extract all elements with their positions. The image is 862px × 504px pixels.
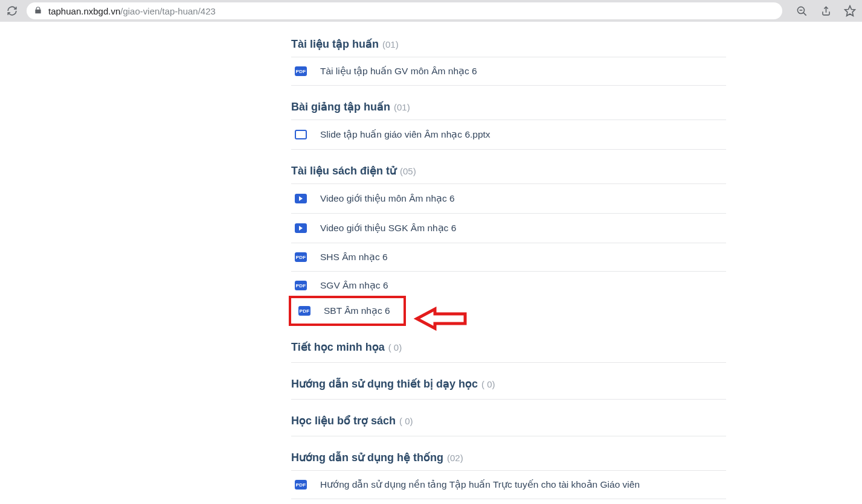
resource-row[interactable]: PDFHướng dẫn sử dụng nền tảng Tập huấn T…	[291, 470, 726, 499]
section-count: ( 0)	[399, 416, 413, 426]
page-body: Tài liệu tập huấn(01)PDFTài liệu tập huấ…	[0, 22, 862, 499]
star-icon[interactable]	[843, 4, 857, 18]
resource-label: SBT Âm nhạc 6	[324, 305, 390, 316]
zoom-icon[interactable]	[794, 4, 809, 18]
section-header: Hướng dẫn sử dụng hệ thống(02)	[291, 442, 726, 470]
section: Tài liệu tập huấn(01)PDFTài liệu tập huấ…	[291, 29, 726, 86]
resource-label: Slide tập huấn giáo viên Âm nhạc 6.pptx	[320, 129, 491, 140]
section: Bài giảng tập huấn(01)Slide tập huấn giá…	[291, 92, 726, 150]
annotation-highlight: PDFSBT Âm nhạc 6	[289, 296, 406, 326]
resource-row[interactable]: Slide tập huấn giáo viên Âm nhạc 6.pptx	[291, 120, 726, 150]
section: Hướng dẫn sử dụng thiết bị dạy học( 0)	[291, 369, 726, 400]
section-title: Tài liệu tập huấn	[291, 37, 379, 51]
resource-label: Video giới thiệu môn Âm nhạc 6	[320, 193, 455, 204]
resource-row[interactable]: PDFTài liệu tập huấn GV môn Âm nhạc 6	[291, 57, 726, 86]
pdf-icon: PDF	[295, 480, 307, 490]
reload-button[interactable]	[5, 4, 19, 18]
resource-row[interactable]: Video giới thiệu môn Âm nhạc 6	[291, 183, 726, 213]
address-bar[interactable]: taphuan.nxbgd.vn/giao-vien/tap-huan/423	[27, 2, 782, 19]
pdf-icon: PDF	[295, 252, 307, 262]
section-count: (05)	[400, 166, 416, 176]
section-count: (01)	[394, 102, 410, 112]
section: Tiết học minh họa( 0)	[291, 332, 726, 363]
section-header: Hướng dẫn sử dụng thiết bị dạy học( 0)	[291, 369, 726, 400]
resource-label: SHS Âm nhạc 6	[320, 252, 388, 263]
section-title: Hướng dẫn sử dụng hệ thống	[291, 451, 443, 464]
section: Học liệu bổ trợ sách( 0)	[291, 406, 726, 436]
resource-row[interactable]: PDFSHS Âm nhạc 6	[291, 243, 726, 271]
section-title: Tài liệu sách điện tử	[291, 164, 396, 177]
resource-label: Hướng dẫn sử dụng nền tảng Tập huấn Trực…	[320, 479, 640, 490]
section-title: Hướng dẫn sử dụng thiết bị dạy học	[291, 377, 478, 391]
section-title: Tiết học minh họa	[291, 340, 385, 354]
section: Tài liệu sách điện tử(05)Video giới thiệ…	[291, 156, 726, 326]
resource-label: Video giới thiệu SGK Âm nhạc 6	[320, 223, 456, 234]
resource-row[interactable]: PDFSGV Âm nhạc 6	[291, 271, 726, 299]
section-count: (01)	[382, 39, 399, 49]
section: Hướng dẫn sử dụng hệ thống(02)PDFHướng d…	[291, 442, 726, 499]
svg-line-1	[803, 12, 806, 15]
section-count: ( 0)	[388, 342, 402, 352]
content-column: Tài liệu tập huấn(01)PDFTài liệu tập huấ…	[291, 29, 726, 499]
browser-toolbar: taphuan.nxbgd.vn/giao-vien/tap-huan/423	[0, 0, 862, 22]
url-text: taphuan.nxbgd.vn/giao-vien/tap-huan/423	[48, 6, 216, 16]
section-header: Bài giảng tập huấn(01)	[291, 92, 726, 120]
section-header: Tài liệu sách điện tử(05)	[291, 156, 726, 183]
section-header: Học liệu bổ trợ sách( 0)	[291, 406, 726, 436]
resource-label: Tài liệu tập huấn GV môn Âm nhạc 6	[320, 66, 477, 77]
section-header: Tiết học minh họa( 0)	[291, 332, 726, 363]
pdf-icon: PDF	[295, 66, 307, 76]
section-count: ( 0)	[481, 379, 495, 389]
pdf-icon: PDF	[295, 281, 307, 290]
pdf-icon: PDF	[298, 306, 310, 316]
section-title: Bài giảng tập huấn	[291, 100, 390, 113]
resource-label: SGV Âm nhạc 6	[320, 280, 388, 291]
resource-row[interactable]: Video giới thiệu SGK Âm nhạc 6	[291, 213, 726, 243]
slide-icon	[295, 129, 307, 141]
section-count: (02)	[447, 453, 463, 463]
video-icon	[295, 222, 307, 234]
section-header: Tài liệu tập huấn(01)	[291, 29, 726, 57]
video-icon	[295, 193, 307, 205]
toolbar-actions	[794, 4, 857, 18]
share-icon[interactable]	[819, 4, 833, 18]
resource-row[interactable]: PDFSBT Âm nhạc 6	[296, 302, 399, 320]
section-title: Học liệu bổ trợ sách	[291, 414, 396, 427]
svg-marker-3	[845, 6, 855, 16]
lock-icon	[34, 6, 42, 16]
